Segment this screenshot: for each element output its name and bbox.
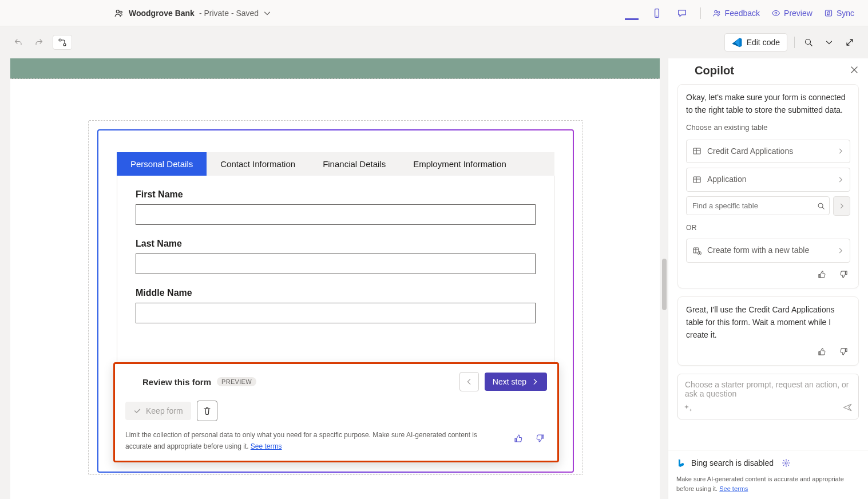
review-title: Review this form: [142, 377, 211, 387]
sync-button[interactable]: Sync: [824, 9, 854, 18]
app-bar-right: Feedback Preview Sync: [625, 6, 860, 20]
expand-button[interactable]: [843, 35, 857, 49]
review-form-popover: Review this form PREVIEW Next step Keep …: [113, 362, 559, 462]
copilot-title: Copilot: [695, 64, 734, 77]
review-note: Limit the collection of personal data to…: [125, 429, 501, 453]
middle-name-input[interactable]: [136, 303, 536, 323]
preview-button[interactable]: Preview: [771, 9, 812, 18]
or-label: OR: [686, 223, 850, 233]
zoom-button[interactable]: [802, 35, 815, 49]
next-step-button[interactable]: Next step: [485, 373, 547, 391]
page-header-band: [10, 58, 660, 79]
find-table-go[interactable]: [833, 196, 850, 216]
delete-form-button[interactable]: [197, 401, 217, 421]
chevron-right-icon: [837, 247, 844, 254]
bing-settings-button[interactable]: [779, 456, 793, 470]
copilot-panel: Copilot Okay, let's make sure your form …: [668, 58, 868, 499]
tab-financial-details[interactable]: Financial Details: [309, 152, 399, 176]
people-icon: [114, 8, 124, 18]
table-plus-icon: [692, 246, 701, 255]
tab-contact-info[interactable]: Contact Information: [207, 152, 309, 176]
table-option-credit-card[interactable]: Credit Card Applications: [686, 140, 850, 164]
sparkle-icon[interactable]: [684, 403, 693, 414]
chevron-right-icon: [837, 176, 844, 183]
close-button[interactable]: [850, 65, 859, 77]
thumbs-up-button[interactable]: [815, 267, 829, 281]
form-tabs: Personal Details Contact Information Fin…: [117, 152, 554, 176]
tab-personal-details[interactable]: Personal Details: [117, 152, 207, 176]
tab-employment-info[interactable]: Employment Information: [399, 152, 520, 176]
canvas: Personal Details Contact Information Fin…: [0, 58, 668, 499]
app-name: Woodgrove Bank: [129, 9, 195, 18]
first-name-input[interactable]: [136, 204, 536, 225]
send-button[interactable]: [842, 402, 853, 414]
copilot-footer: Bing search is disabled Make sure AI-gen…: [668, 450, 868, 499]
app-status: - Private - Saved: [199, 9, 259, 18]
prev-step-button[interactable]: [459, 372, 479, 391]
app-title[interactable]: Woodgrove Bank - Private - Saved: [114, 8, 271, 18]
find-table-input[interactable]: [686, 196, 830, 215]
see-terms-link[interactable]: See terms: [251, 442, 282, 450]
last-name-input[interactable]: [136, 254, 536, 274]
preview-badge: PREVIEW: [217, 377, 256, 386]
copilot-prompt-input[interactable]: Choose a starter prompt, request an acti…: [677, 374, 859, 419]
editor-toolbar: Edit code: [0, 26, 868, 58]
feedback-button[interactable]: Feedback: [712, 9, 760, 18]
thumbs-down-button[interactable]: [837, 344, 850, 358]
edit-code-button[interactable]: Edit code: [724, 33, 787, 52]
chevron-right-icon: [837, 148, 844, 155]
main: Personal Details Contact Information Fin…: [0, 58, 868, 499]
copilot-message: Okay, let's make sure your form is conne…: [677, 84, 859, 288]
middle-name-label: Middle Name: [136, 288, 536, 298]
app-bar: Woodgrove Bank - Private - Saved Feedbac…: [0, 0, 868, 26]
flow-button[interactable]: [53, 35, 72, 50]
divider: [700, 7, 701, 19]
divider: [794, 37, 795, 48]
thumbs-up-button[interactable]: [512, 431, 525, 445]
copilot-message: Great, I'll use the Credit Card Applicat…: [677, 296, 859, 366]
zoom-dropdown[interactable]: [822, 35, 836, 49]
create-new-table-option[interactable]: Create form with a new table: [686, 239, 850, 263]
table-icon: [692, 146, 701, 156]
copilot-icon: [677, 65, 690, 77]
bing-icon: [676, 458, 685, 468]
comment-icon[interactable]: [675, 6, 689, 20]
table-icon: [692, 175, 701, 184]
bing-status: Bing search is disabled: [691, 458, 774, 468]
phone-icon[interactable]: [650, 6, 664, 20]
redo-button[interactable]: [32, 35, 46, 49]
see-terms-link[interactable]: See terms: [719, 485, 748, 492]
choose-table-label: Choose an existing table: [686, 122, 850, 133]
thumbs-down-button[interactable]: [533, 431, 547, 445]
copilot-icon: [125, 376, 137, 387]
canvas-scrollbar[interactable]: [662, 259, 667, 310]
keep-form-button[interactable]: Keep form: [125, 402, 191, 420]
thumbs-down-button[interactable]: [837, 267, 850, 281]
first-name-label: First Name: [136, 189, 536, 200]
last-name-label: Last Name: [136, 239, 536, 249]
vscode-icon: [732, 37, 742, 47]
chevron-down-icon[interactable]: [263, 9, 271, 17]
copilot-disclaimer: Make sure AI-generated content is accura…: [676, 474, 860, 493]
table-option-application[interactable]: Application: [686, 168, 850, 192]
copilot-icon[interactable]: [625, 6, 639, 20]
undo-button[interactable]: [11, 35, 25, 49]
thumbs-up-button[interactable]: [815, 344, 829, 358]
search-icon: [817, 202, 825, 210]
